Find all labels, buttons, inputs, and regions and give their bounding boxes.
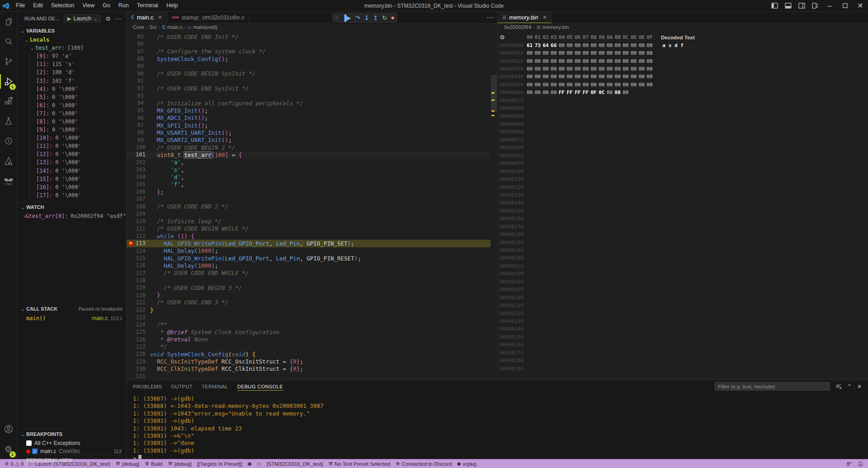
decoded-char-cell[interactable]: .	[679, 58, 685, 64]
hex-byte-cell[interactable]: 00	[583, 82, 591, 88]
breadcrumb-item[interactable]: Src	[149, 24, 157, 30]
decoded-char-cell[interactable]: .	[727, 66, 733, 72]
hex-byte-cell[interactable]: 00	[566, 82, 575, 88]
breakpoint-margin[interactable]	[127, 313, 136, 321]
hex-byte-cell[interactable]: 00	[559, 66, 567, 72]
code-line[interactable]: 128void SystemClock_Config(void) {	[127, 350, 497, 358]
status-item-debug[interactable]: ⚒[debug]	[165, 459, 194, 468]
testing-icon[interactable]	[0, 111, 17, 131]
breakpoint-margin[interactable]	[127, 129, 136, 136]
breakpoint-margin[interactable]	[127, 62, 136, 70]
hex-byte-cell[interactable]: 00	[566, 43, 575, 48]
code-line[interactable]: 90 /* USER CODE BEGIN SysInit */	[127, 70, 497, 77]
hex-byte-cell[interactable]: 00	[566, 66, 575, 72]
hex-byte-cell[interactable]: 00	[559, 58, 567, 64]
line-number[interactable]: 129	[136, 359, 150, 365]
hex-row[interactable]: 00000270	[500, 349, 868, 357]
search-icon[interactable]	[0, 32, 17, 52]
hex-byte-cell[interactable]: 00	[551, 74, 559, 80]
close-tab-icon[interactable]: ✕	[158, 14, 162, 20]
hex-byte-cell[interactable]: 00	[646, 82, 655, 88]
breakpoint-margin[interactable]	[127, 70, 136, 77]
explorer-icon[interactable]	[0, 12, 17, 32]
decoded-char-cell[interactable]: .	[751, 58, 757, 64]
menu-selection[interactable]: Selection	[47, 0, 78, 11]
decoded-char-cell[interactable]: .	[691, 74, 697, 80]
code-line[interactable]: 89	[127, 62, 497, 70]
code-line[interactable]: 116 HAL_Delay(1000);	[127, 262, 497, 269]
code-line[interactable]: 110 /* Infinite loop */	[127, 217, 497, 225]
line-number[interactable]: 93	[136, 93, 150, 99]
hex-row[interactable]: 00000100	[500, 167, 868, 175]
hex-row[interactable]: 00000210	[500, 302, 868, 309]
line-number[interactable]: 128	[136, 351, 150, 357]
line-number[interactable]: 109	[136, 211, 150, 217]
toggle-sidebar-icon[interactable]	[768, 0, 781, 11]
timer-monitor-icon[interactable]	[0, 131, 17, 151]
hex-byte-cell[interactable]: 00	[623, 58, 631, 64]
hex-byte-cell[interactable]: 00	[566, 50, 575, 56]
hex-byte-cell[interactable]: 00	[527, 66, 535, 72]
launch-config-dropdown[interactable]: ▶ Launch ⌄	[64, 14, 101, 23]
hex-byte-cell[interactable]: 00	[591, 82, 599, 88]
breakpoint-margin[interactable]	[127, 291, 136, 298]
hex-byte-cell[interactable]: 00	[575, 58, 583, 64]
breakpoint-margin[interactable]	[127, 217, 136, 225]
vscode-logo-icon[interactable]	[0, 2, 12, 9]
decoded-char-cell[interactable]: .	[673, 58, 679, 64]
line-number[interactable]: 94	[136, 100, 150, 106]
breadcrumb-item[interactable]: main.c	[167, 24, 183, 30]
breakpoint-margin[interactable]	[127, 328, 136, 336]
step-over-button[interactable]: ↷	[355, 15, 360, 21]
hex-byte-cell[interactable]: 73	[535, 43, 543, 48]
decoded-char-cell[interactable]: .	[715, 82, 721, 88]
decoded-char-cell[interactable]: .	[727, 58, 733, 64]
maximize-panel-icon[interactable]: ⌃	[847, 383, 852, 390]
hex-row[interactable]: 0000003000000000000000000000000000000000…	[500, 65, 868, 73]
code-line[interactable]: 99 MX_USART2_UART_Init();	[127, 137, 497, 144]
hex-byte-cell[interactable]: 00	[639, 50, 647, 56]
decoded-char-cell[interactable]: .	[691, 90, 697, 95]
code-line[interactable]: 130 RCC_ClkInitTypeDef RCC_ClkInitStruct…	[127, 365, 497, 373]
tab-memory-bin[interactable]: ☰ memory.bin ✕	[498, 12, 552, 23]
decoded-char-cell[interactable]: .	[697, 66, 703, 72]
variable-item-row[interactable]: [14]:0 '\000'	[30, 167, 126, 175]
hex-byte-cell[interactable]: 00	[575, 50, 583, 56]
line-number[interactable]: 89	[136, 63, 150, 69]
hex-byte-cell[interactable]: 00	[646, 66, 655, 72]
extensions-icon[interactable]	[0, 91, 17, 111]
hex-byte-cell[interactable]: 00	[591, 58, 599, 64]
breakpoint-margin[interactable]	[127, 92, 136, 99]
variable-item-row[interactable]: [1]:115 's'	[30, 60, 126, 68]
decoded-char-cell[interactable]: .	[721, 50, 727, 56]
hex-row[interactable]: 000000C0	[500, 136, 868, 144]
hex-row[interactable]: 00000220	[500, 309, 868, 317]
breakpoint-margin[interactable]	[127, 114, 136, 122]
hex-row[interactable]: 000000E0	[500, 152, 868, 160]
code-line[interactable]: ▶113 HAL_GPIO_WritePin(Led_GPIO_Port, Le…	[127, 240, 497, 247]
decoded-char-cell[interactable]: .	[715, 66, 721, 72]
hex-row[interactable]: 00000200	[500, 293, 868, 301]
line-number[interactable]: 88	[136, 56, 150, 62]
hex-byte-cell[interactable]: 00	[527, 50, 535, 56]
code-line[interactable]: 91	[127, 77, 497, 85]
restart-button[interactable]: ↻	[382, 15, 387, 21]
hex-byte-cell[interactable]: 00	[535, 90, 543, 95]
minimize-button[interactable]: –	[822, 0, 837, 11]
code-line[interactable]: 98 MX_USART1_UART_Init();	[127, 129, 497, 136]
decoded-char-cell[interactable]: .	[697, 50, 703, 56]
hex-byte-cell[interactable]: 00	[583, 50, 591, 56]
breakpoint-margin[interactable]	[127, 159, 136, 166]
hex-byte-cell[interactable]: 00	[631, 74, 639, 80]
decoded-char-cell[interactable]: .	[721, 58, 727, 64]
decoded-char-cell[interactable]: .	[727, 43, 733, 48]
variable-item-row[interactable]: [6]:0 '\000'	[30, 101, 126, 109]
hex-row[interactable]: 000000D0	[500, 144, 868, 151]
code-line[interactable]: 126 * @retval None	[127, 336, 497, 343]
decoded-char-cell[interactable]: .	[745, 82, 751, 88]
panel-tab-problems[interactable]: PROBLEMS	[133, 380, 162, 392]
decoded-char-cell[interactable]: .	[733, 43, 739, 48]
variable-array-row[interactable]: ⌄ test_arr: [100]	[17, 44, 126, 52]
hex-byte-cell[interactable]: 00	[607, 50, 615, 56]
decoded-char-cell[interactable]: .	[715, 43, 721, 48]
